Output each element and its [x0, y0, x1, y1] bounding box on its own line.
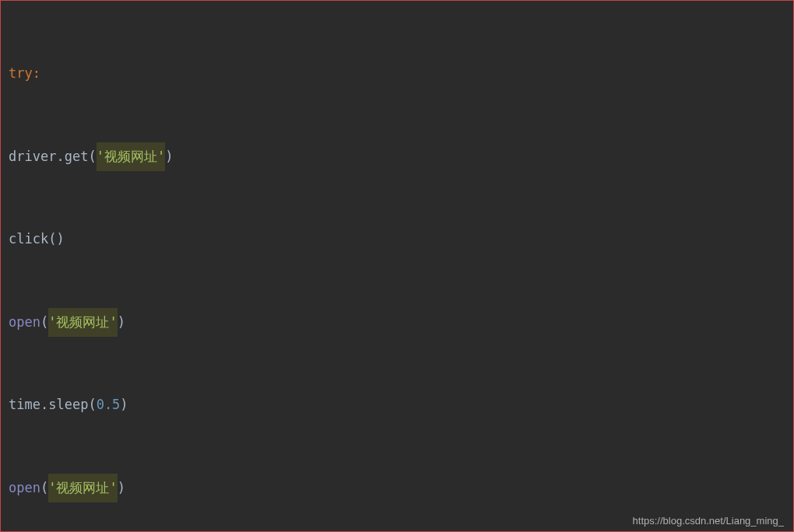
code-line: open('视频网址') — [1, 309, 793, 337]
code-line: try: — [1, 60, 793, 88]
code-line: driver.get('视频网址') — [1, 143, 793, 171]
code-line: open('视频网址') — [1, 474, 793, 502]
watermark: https://blog.csdn.net/Liang_ming_ — [633, 515, 784, 527]
string-literal: '视频网址' — [97, 142, 165, 172]
number-literal: 0.5 — [97, 391, 121, 419]
code-line: click() — [1, 226, 793, 254]
code-line: time.sleep(0.5) — [1, 391, 793, 419]
string-literal: '视频网址' — [48, 474, 117, 503]
string-literal: '视频网址' — [48, 308, 117, 338]
code-block: try: driver.get('视频网址') click() open('视频… — [1, 1, 793, 532]
keyword-try: try — [9, 60, 33, 88]
